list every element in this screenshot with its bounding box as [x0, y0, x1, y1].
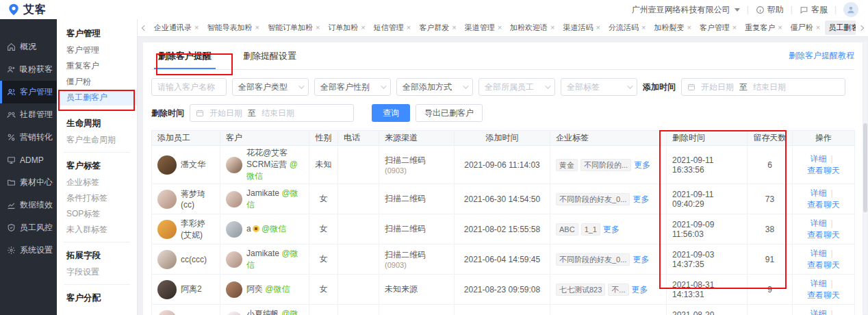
open-tab[interactable]: 加粉裂变 — [650, 21, 694, 35]
sidebar-item-analytics[interactable]: 数据绩效 — [0, 194, 57, 216]
staff-select[interactable]: 全部所属员工 — [478, 78, 555, 96]
sidebar-item-conversion[interactable]: 营销转化 — [0, 126, 57, 149]
submenu-item-duplicate-customers[interactable]: 重复客户 — [57, 58, 137, 74]
close-icon[interactable] — [687, 24, 691, 32]
service-label: 客服 — [811, 4, 828, 16]
sidebar-item-risk-control[interactable]: 员工风控 — [0, 216, 57, 239]
open-tab[interactable]: 智能订单加粉 — [264, 21, 323, 35]
scroll-right-icon[interactable] — [857, 26, 865, 30]
view-chat-link[interactable]: 查看聊天 — [807, 200, 840, 210]
analytics-icon — [7, 201, 16, 210]
view-chat-link[interactable]: 查看聊天 — [807, 230, 840, 240]
detail-link[interactable]: 详细 — [810, 249, 826, 258]
view-chat-link[interactable]: 查看聊天 — [807, 290, 840, 300]
submenu-item-lifecycle[interactable]: 客户生命周期 — [57, 132, 137, 148]
open-tab[interactable]: 僵尸粉 — [787, 21, 824, 35]
more-tags-link[interactable]: 更多 — [632, 285, 648, 294]
company-switcher[interactable]: 广州壹豆网络科技有限公司 — [632, 4, 740, 16]
close-icon[interactable] — [316, 24, 320, 32]
sidebar-item-materials[interactable]: 素材中心 — [0, 171, 57, 194]
submenu-item-conditional-tags[interactable]: 条件打标签 — [57, 190, 137, 206]
open-tab[interactable]: 客户群发 — [416, 21, 459, 35]
open-tab[interactable]: 重复客户 — [741, 21, 785, 35]
open-tab[interactable]: 分流活码 — [605, 21, 649, 35]
info-circle-icon — [756, 5, 765, 14]
tag-select[interactable]: 全部标签 — [561, 78, 637, 96]
close-icon[interactable] — [816, 24, 820, 32]
view-chat-link[interactable]: 查看聊天 — [807, 260, 840, 270]
tag-chip: ABC — [556, 223, 578, 236]
close-icon[interactable] — [550, 24, 554, 32]
close-icon[interactable] — [194, 24, 199, 32]
sidebar-item-community[interactable]: 社群管理 — [0, 103, 57, 126]
close-icon[interactable] — [778, 24, 782, 32]
tab-delete-reminder-settings[interactable]: 删除提醒设置 — [236, 42, 303, 69]
detail-link[interactable]: 详细 — [810, 188, 826, 198]
sidebar-item-admp[interactable]: ADMP — [0, 149, 57, 171]
detail-link[interactable]: 详细 — [810, 279, 826, 288]
export-deleted-customers-button[interactable]: 导出已删客户 — [416, 104, 483, 122]
shield-check-icon — [7, 223, 16, 232]
sidebar-item-settings[interactable]: 系统设置 — [0, 239, 57, 262]
service-button[interactable]: 客服 — [800, 4, 828, 16]
sidebar-item-acquisition[interactable]: 吸粉获客 — [0, 58, 57, 81]
close-icon[interactable] — [732, 24, 737, 32]
submenu-item-corp-tags[interactable]: 企业标签 — [57, 175, 137, 190]
close-icon[interactable] — [641, 24, 646, 32]
more-tags-link[interactable]: 更多 — [633, 194, 649, 204]
divider — [830, 154, 832, 164]
submenu-item-zombie-fans[interactable]: 僵尸粉 — [57, 74, 137, 90]
scroll-left-icon[interactable] — [140, 26, 149, 30]
more-tags-link[interactable]: 更多 — [633, 255, 649, 264]
scrollbar-thumb[interactable] — [863, 123, 867, 212]
open-tab[interactable]: 订单加粉 — [324, 21, 368, 35]
tutorial-link[interactable]: 删除客户提醒教程 — [789, 50, 854, 62]
sidebar-item-overview[interactable]: 概况 — [0, 36, 57, 58]
detail-link[interactable]: 详细 — [810, 154, 826, 164]
submenu-item-field-settings[interactable]: 字段设置 — [57, 264, 137, 280]
add-time-range-picker[interactable]: 开始日期 至 结束日期 — [681, 78, 845, 96]
more-tags-link[interactable]: 更多 — [634, 160, 650, 170]
submenu-item-sop-tags[interactable]: SOP标签 — [57, 206, 137, 222]
user-avatar[interactable] — [843, 2, 858, 17]
brand-logo: 艾客 — [7, 3, 47, 17]
open-tab[interactable]: 客户管理 — [696, 21, 740, 35]
delete-time-range-picker[interactable]: 开始日期 至 结束日期 — [190, 104, 354, 122]
company-name: 广州壹豆网络科技有限公司 — [632, 4, 730, 16]
search-button[interactable]: 查询 — [372, 104, 410, 122]
add-method-select[interactable]: 全部添加方式 — [396, 78, 473, 96]
submenu-item-not-in-group-tags[interactable]: 未入群标签 — [57, 222, 137, 238]
close-icon[interactable] — [361, 24, 365, 32]
open-tab[interactable]: 企业通讯录 — [151, 21, 202, 35]
col-header-add-time: 添加时间 — [455, 131, 550, 146]
open-tab-active[interactable]: 员工删客户 — [825, 21, 856, 35]
help-button[interactable]: 帮助 — [756, 4, 784, 16]
open-tab[interactable]: 渠道活码 — [560, 21, 604, 35]
open-tab[interactable]: 智能导表加粉 — [203, 21, 262, 35]
customer-gender-select[interactable]: 全部客户性别 — [314, 78, 391, 96]
tag-chip: 不同阶段的好友_0... — [556, 253, 630, 266]
page-content: 删除客户提醒 删除提醒设置 删除客户提醒教程 全部客户类型 全部客户性别 全部添… — [138, 37, 868, 315]
customer-type-select[interactable]: 全部客户类型 — [232, 78, 309, 96]
detail-link[interactable]: 详细 — [810, 218, 826, 228]
open-tab[interactable]: 短信管理 — [370, 21, 414, 35]
submenu-item-customer-mgmt[interactable]: 客户管理 — [57, 42, 137, 58]
close-icon[interactable] — [255, 24, 259, 32]
tag-chip: 不同阶段的好友_0... — [556, 193, 630, 205]
deleted-customers-table: 添加员工 客户 性别 电话 来源渠道 添加时间 企业标签 删除时间 留存天数 操… — [151, 130, 855, 315]
tab-delete-customer-reminder[interactable]: 删除客户提醒 — [151, 42, 218, 69]
close-icon[interactable] — [498, 24, 502, 32]
detail-link[interactable]: 详细 — [810, 309, 826, 315]
close-icon[interactable] — [596, 24, 600, 32]
customer-name-input[interactable] — [151, 78, 227, 96]
view-chat-link[interactable]: 查看聊天 — [807, 166, 840, 175]
more-tags-link[interactable]: 更多 — [603, 225, 620, 234]
help-label: 帮助 — [767, 4, 784, 16]
close-icon[interactable] — [407, 24, 411, 32]
submenu-item-deleted-customers[interactable]: 员工删客户 — [57, 90, 137, 105]
open-tab[interactable]: 渠道管理 — [461, 21, 505, 35]
open-tab[interactable]: 加粉欢迎语 — [507, 21, 558, 35]
close-icon[interactable] — [452, 24, 456, 32]
vertical-scrollbar[interactable] — [863, 41, 867, 314]
sidebar-item-customer-mgmt[interactable]: 客户管理 — [0, 81, 57, 103]
